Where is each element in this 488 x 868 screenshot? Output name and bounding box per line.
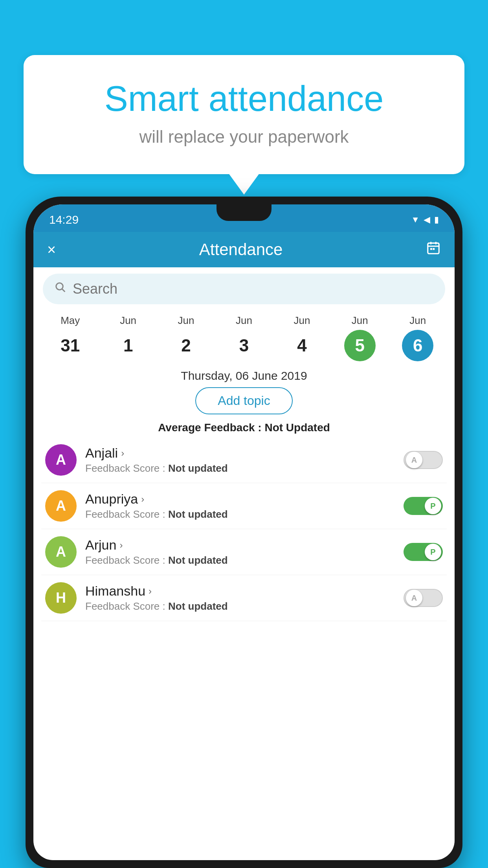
cal-date-4: 4 [286, 330, 317, 361]
toggle-knob-1: P [425, 498, 441, 514]
selected-date-label: Thursday, 06 June 2019 [33, 361, 455, 387]
feedback-label-text: Average Feedback : [158, 421, 264, 434]
student-score-1: Feedback Score : Not updated [85, 508, 404, 520]
cal-month-0: May [61, 314, 80, 327]
attendance-toggle-1[interactable]: P [404, 497, 443, 515]
phone-notch [216, 204, 272, 221]
cal-date-1: 1 [112, 330, 144, 361]
search-container [43, 274, 445, 304]
header-title: Attendance [199, 240, 283, 259]
speech-bubble-title: Smart attendance [55, 79, 433, 119]
add-topic-button[interactable]: Add topic [195, 387, 292, 414]
student-info-3: Himanshu ›Feedback Score : Not updated [85, 583, 404, 612]
student-item-0[interactable]: AAnjali ›Feedback Score : Not updatedA [41, 437, 447, 483]
cal-date-0: 31 [55, 330, 86, 361]
status-icons: ▼ ◀ ▮ [411, 215, 439, 225]
svg-point-6 [56, 283, 63, 290]
speech-bubble-container: Smart attendance will replace your paper… [24, 55, 464, 174]
student-info-2: Arjun ›Feedback Score : Not updated [85, 537, 404, 566]
toggle-knob-0: A [406, 452, 422, 468]
student-item-3[interactable]: HHimanshu ›Feedback Score : Not updatedA [41, 575, 447, 621]
cal-date-2: 2 [171, 330, 202, 361]
calendar-icon[interactable] [426, 241, 441, 259]
search-icon [55, 281, 66, 296]
toggle-wrapper-3: A [404, 589, 443, 607]
cal-date-5: 5 [344, 330, 376, 361]
speech-bubble: Smart attendance will replace your paper… [24, 55, 464, 174]
cal-month-1: Jun [120, 314, 136, 327]
battery-icon: ▮ [434, 215, 439, 225]
phone-inner: 14:29 ▼ ◀ ▮ × Attendance [33, 204, 455, 860]
calendar-day-5[interactable]: Jun5 [344, 314, 376, 361]
attendance-toggle-2[interactable]: P [404, 543, 443, 561]
signal-icon: ◀ [424, 215, 430, 225]
feedback-value: Not Updated [264, 421, 330, 434]
student-score-3: Feedback Score : Not updated [85, 600, 404, 612]
student-avatar-3: H [45, 582, 77, 614]
average-feedback: Average Feedback : Not Updated [33, 414, 455, 437]
cal-month-3: Jun [236, 314, 252, 327]
attendance-toggle-0[interactable]: A [404, 451, 443, 469]
student-list: AAnjali ›Feedback Score : Not updatedAAA… [33, 437, 455, 621]
student-name-1: Anupriya › [85, 491, 404, 507]
toggle-wrapper-0: A [404, 451, 443, 469]
student-info-0: Anjali ›Feedback Score : Not updated [85, 445, 404, 474]
cal-month-6: Jun [409, 314, 426, 327]
student-score-2: Feedback Score : Not updated [85, 554, 404, 566]
close-button[interactable]: × [47, 241, 56, 258]
toggle-wrapper-2: P [404, 543, 443, 561]
status-time: 14:29 [49, 213, 79, 226]
cal-month-2: Jun [178, 314, 194, 327]
toggle-wrapper-1: P [404, 497, 443, 515]
student-info-1: Anupriya ›Feedback Score : Not updated [85, 491, 404, 520]
student-name-3: Himanshu › [85, 583, 404, 599]
toggle-knob-2: P [425, 544, 441, 560]
svg-line-7 [62, 289, 65, 292]
wifi-icon: ▼ [411, 215, 420, 225]
svg-rect-4 [430, 248, 432, 250]
student-item-1[interactable]: AAnupriya ›Feedback Score : Not updatedP [41, 483, 447, 529]
cal-month-4: Jun [294, 314, 310, 327]
student-name-2: Arjun › [85, 537, 404, 553]
cal-month-5: Jun [352, 314, 368, 327]
app-header: × Attendance [33, 232, 455, 267]
toggle-knob-3: A [406, 590, 422, 606]
attendance-toggle-3[interactable]: A [404, 589, 443, 607]
svg-rect-5 [433, 248, 435, 250]
student-name-0: Anjali › [85, 445, 404, 461]
calendar-day-2[interactable]: Jun2 [171, 314, 202, 361]
chevron-icon: › [149, 586, 152, 597]
student-avatar-0: A [45, 444, 77, 476]
student-item-2[interactable]: AArjun ›Feedback Score : Not updatedP [41, 529, 447, 575]
student-avatar-2: A [45, 536, 77, 568]
student-avatar-1: A [45, 490, 77, 522]
cal-date-6: 6 [402, 330, 433, 361]
calendar-day-3[interactable]: Jun3 [228, 314, 260, 361]
search-input[interactable] [73, 281, 433, 297]
calendar-day-0[interactable]: May31 [55, 314, 86, 361]
chevron-icon: › [119, 540, 123, 551]
calendar-strip: May31Jun1Jun2Jun3Jun4Jun5Jun6 [33, 311, 455, 361]
calendar-day-1[interactable]: Jun1 [112, 314, 144, 361]
chevron-icon: › [141, 494, 144, 505]
student-score-0: Feedback Score : Not updated [85, 462, 404, 474]
cal-date-3: 3 [228, 330, 260, 361]
phone-frame: 14:29 ▼ ◀ ▮ × Attendance [26, 197, 462, 868]
speech-bubble-subtitle: will replace your paperwork [55, 127, 433, 147]
calendar-day-4[interactable]: Jun4 [286, 314, 317, 361]
chevron-icon: › [121, 448, 124, 459]
calendar-day-6[interactable]: Jun6 [402, 314, 433, 361]
